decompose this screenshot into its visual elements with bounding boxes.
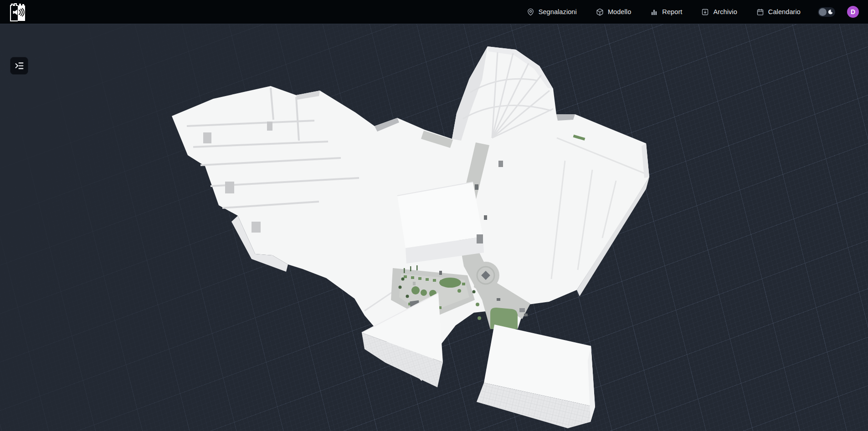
nav-item-modello[interactable]: Modello bbox=[590, 5, 637, 20]
app-logo[interactable] bbox=[10, 2, 26, 22]
moon-icon bbox=[827, 9, 833, 15]
nav-item-calendario[interactable]: Calendario bbox=[750, 5, 807, 20]
sidebar-expand-icon bbox=[15, 61, 24, 71]
theme-toggle[interactable] bbox=[818, 7, 835, 17]
nav-item-report[interactable]: Report bbox=[644, 5, 688, 20]
nav-item-label: Modello bbox=[608, 8, 631, 15]
city-model-canvas[interactable] bbox=[0, 24, 868, 431]
bar-chart-icon bbox=[650, 8, 658, 16]
nav-item-label: Report bbox=[662, 8, 682, 15]
nav-item-archivio[interactable]: Archivio bbox=[695, 5, 743, 20]
calendar-icon bbox=[756, 8, 764, 16]
app-window: Segnalazioni Modello bbox=[0, 0, 868, 431]
top-navbar: Segnalazioni Modello bbox=[0, 0, 868, 24]
nav-item-label: Archivio bbox=[713, 8, 737, 15]
nav-item-segnalazioni[interactable]: Segnalazioni bbox=[520, 5, 583, 20]
nav-item-label: Segnalazioni bbox=[539, 8, 577, 15]
bell-tower-logo bbox=[10, 2, 26, 21]
model-viewport bbox=[0, 24, 868, 431]
sidebar-expand-button[interactable] bbox=[10, 57, 28, 75]
navbar-menu: Segnalazioni Modello bbox=[520, 5, 859, 20]
map-pin-icon bbox=[527, 8, 534, 16]
archive-download-icon bbox=[701, 8, 709, 16]
toggle-knob bbox=[819, 8, 827, 16]
cube-icon bbox=[596, 8, 604, 16]
user-avatar[interactable]: D bbox=[847, 6, 859, 18]
nav-item-label: Calendario bbox=[768, 8, 801, 15]
